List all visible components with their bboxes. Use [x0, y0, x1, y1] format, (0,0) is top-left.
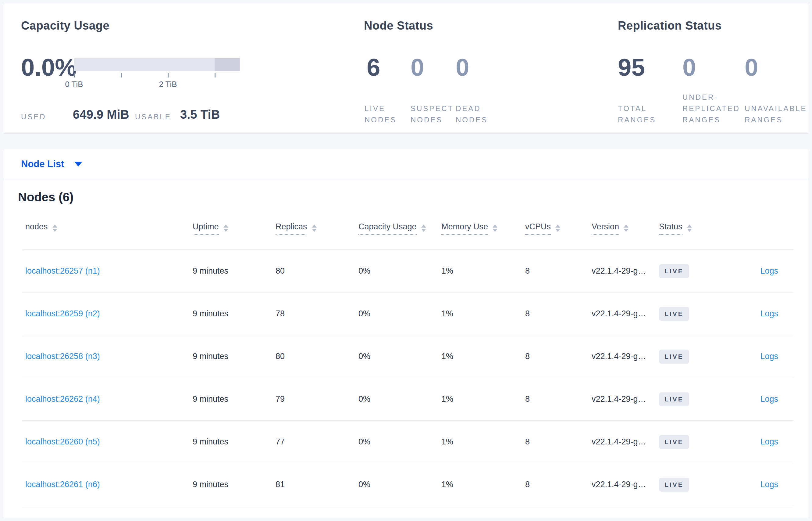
memory-use-cell: 1%	[438, 309, 522, 318]
sort-icon	[223, 225, 228, 232]
column-header-uptime[interactable]: Uptime	[190, 222, 272, 235]
usable-value: 3.5 TiB	[180, 108, 220, 121]
used-label: USED	[21, 113, 46, 121]
uptime-cell: 9 minutes	[190, 352, 272, 361]
capacity-usage-cell: 0%	[355, 352, 438, 361]
memory-use-cell: 1%	[438, 352, 522, 361]
replicas-cell: 80	[272, 266, 355, 276]
capacity-usage-bar	[74, 58, 240, 71]
status-badge: LIVE	[659, 349, 689, 364]
status-badge: LIVE	[659, 307, 689, 321]
replicas-cell: 78	[272, 309, 355, 318]
sort-icon	[312, 225, 317, 232]
replicas-cell: 77	[272, 437, 355, 447]
replicas-cell: 79	[272, 394, 355, 404]
unavailable-ranges-count: 0	[745, 55, 758, 80]
suspect-nodes-count: 0	[411, 55, 424, 80]
table-row: localhost:26261 (n6) 9 minutes 81 0% 1% …	[22, 463, 793, 506]
node-link[interactable]: localhost:26260 (n5)	[25, 437, 100, 446]
column-header-vcpus[interactable]: vCPUs	[522, 222, 589, 235]
table-row: localhost:26260 (n5) 9 minutes 77 0% 1% …	[22, 421, 793, 463]
axis-tick	[215, 73, 215, 77]
column-header-capacity-usage[interactable]: Capacity Usage	[355, 222, 438, 235]
table-row: localhost:26262 (n4) 9 minutes 79 0% 1% …	[22, 378, 793, 421]
nodes-table: nodes Uptime Replicas Capacity Usage Mem…	[22, 222, 793, 506]
memory-use-cell: 1%	[438, 394, 522, 404]
nodes-heading: Nodes (6)	[18, 190, 73, 204]
axis-tick	[168, 73, 169, 77]
uptime-cell: 9 minutes	[190, 480, 272, 489]
node-link[interactable]: localhost:26257 (n1)	[25, 266, 100, 275]
axis-tick	[121, 73, 122, 77]
logs-link[interactable]: Logs	[760, 309, 778, 318]
capacity-usage-percent: 0.0%	[21, 55, 76, 80]
node-link[interactable]: localhost:26258 (n3)	[25, 352, 100, 361]
replication-status-title: Replication Status	[618, 19, 722, 32]
logs-link[interactable]: Logs	[760, 394, 778, 404]
uptime-cell: 9 minutes	[190, 437, 272, 447]
memory-use-cell: 1%	[438, 480, 522, 489]
status-badge: LIVE	[659, 478, 689, 492]
node-status-title: Node Status	[364, 19, 433, 32]
logs-link[interactable]: Logs	[760, 437, 778, 446]
vcpus-cell: 8	[522, 309, 589, 318]
capacity-usage-cell: 0%	[355, 437, 438, 447]
version-cell: v22.1.4-29-g…	[589, 309, 656, 318]
usable-label: USABLE	[135, 113, 171, 121]
vcpus-cell: 8	[522, 394, 589, 404]
total-ranges-label: TOTAL RANGES	[618, 103, 667, 126]
node-link[interactable]: localhost:26259 (n2)	[25, 309, 100, 318]
table-row: localhost:26259 (n2) 9 minutes 78 0% 1% …	[22, 293, 793, 335]
logs-link[interactable]: Logs	[760, 480, 778, 489]
dead-nodes-label: DEAD NODES	[456, 103, 501, 126]
column-header-version[interactable]: Version	[589, 222, 656, 235]
version-cell: v22.1.4-29-g…	[589, 394, 656, 404]
vcpus-cell: 8	[522, 437, 589, 447]
axis-tick	[74, 73, 75, 77]
cluster-overview-card: Capacity Usage 0.0% 0 TiB 2 TiB USED 649…	[3, 3, 809, 134]
replicas-cell: 81	[272, 480, 355, 489]
logs-link[interactable]: Logs	[760, 352, 778, 361]
unavailable-ranges-label: UNAVAILABLE RANGES	[745, 103, 810, 126]
sort-icon	[555, 225, 560, 232]
used-value: 649.9 MiB	[73, 108, 129, 121]
status-badge: LIVE	[659, 264, 689, 278]
vcpus-cell: 8	[522, 480, 589, 489]
table-header-row: nodes Uptime Replicas Capacity Usage Mem…	[22, 222, 793, 250]
nodes-panel: Nodes (6) nodes Uptime Replicas Capacity…	[3, 179, 809, 518]
memory-use-cell: 1%	[438, 437, 522, 447]
sort-icon	[687, 225, 692, 232]
capacity-usage-title: Capacity Usage	[21, 19, 110, 32]
capacity-usage-cell: 0%	[355, 480, 438, 489]
axis-tick-label: 2 TiB	[150, 80, 186, 89]
uptime-cell: 9 minutes	[190, 266, 272, 276]
capacity-usage-bar-segment	[215, 58, 240, 71]
table-row: localhost:26257 (n1) 9 minutes 80 0% 1% …	[22, 250, 793, 293]
node-link[interactable]: localhost:26262 (n4)	[25, 394, 100, 404]
sort-icon	[421, 225, 426, 232]
live-nodes-count: 6	[367, 55, 380, 80]
column-header-status[interactable]: Status	[656, 222, 717, 235]
replicas-cell: 80	[272, 352, 355, 361]
axis-tick-label: 0 TiB	[56, 80, 92, 89]
node-link[interactable]: localhost:26261 (n6)	[25, 480, 100, 489]
status-badge: LIVE	[659, 435, 689, 449]
capacity-usage-cell: 0%	[355, 394, 438, 404]
sort-icon	[52, 225, 57, 232]
capacity-usage-cell: 0%	[355, 309, 438, 318]
vcpus-cell: 8	[522, 352, 589, 361]
logs-link[interactable]: Logs	[760, 266, 778, 275]
under-replicated-ranges-count: 0	[683, 55, 696, 80]
column-header-replicas[interactable]: Replicas	[272, 222, 355, 235]
suspect-nodes-label: SUSPECT NODES	[411, 103, 462, 126]
total-ranges-count: 95	[618, 55, 645, 80]
view-selector-bar: Node List	[3, 149, 809, 179]
column-header-nodes[interactable]: nodes	[22, 222, 190, 234]
node-list-dropdown[interactable]: Node List	[21, 149, 82, 179]
memory-use-cell: 1%	[438, 266, 522, 276]
vcpus-cell: 8	[522, 266, 589, 276]
version-cell: v22.1.4-29-g…	[589, 266, 656, 276]
caret-down-icon	[74, 162, 82, 166]
column-header-memory-use[interactable]: Memory Use	[438, 222, 522, 235]
capacity-usage-cell: 0%	[355, 266, 438, 276]
